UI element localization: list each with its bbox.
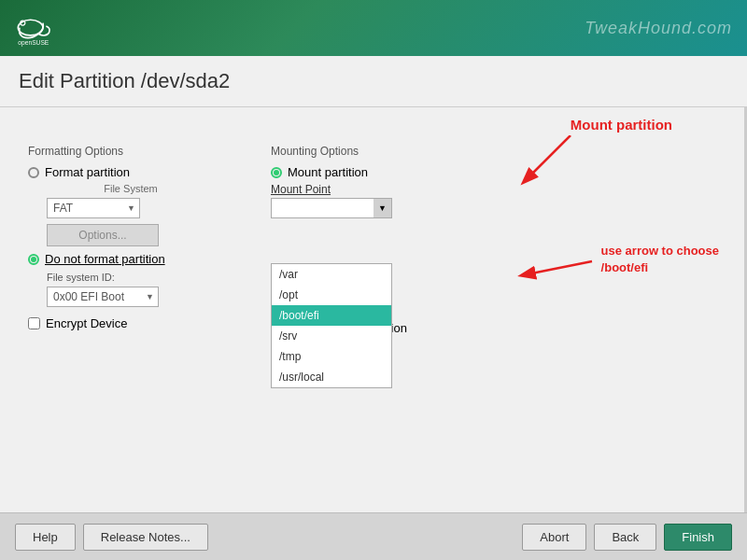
do-not-format-label: Do not format partition xyxy=(45,252,165,266)
footer-left: Help Release Notes... xyxy=(15,524,208,551)
encrypt-checkbox[interactable] xyxy=(28,317,40,329)
mount-point-label: Mount Point xyxy=(271,183,458,196)
mount-input-wrapper: ▼ /var /opt /boot/efi /srv /tmp /usr/loc… xyxy=(271,198,392,218)
file-system-id-dropdown-row: 0x00 EFI Boot 0x82 Linux Swap 0x83 Linux xyxy=(47,287,215,307)
dropdown-item-boot-efi[interactable]: /boot/efi xyxy=(272,305,391,326)
file-system-select-wrapper[interactable]: FAT ext4 btrfs xyxy=(47,198,140,218)
file-system-select[interactable]: FAT ext4 btrfs xyxy=(47,198,140,218)
header: openSUSE TweakHound.com xyxy=(0,0,747,56)
file-system-id-select-wrapper[interactable]: 0x00 EFI Boot 0x82 Linux Swap 0x83 Linux xyxy=(47,287,159,307)
page-title-bar: Edit Partition /dev/sda2 xyxy=(0,56,747,107)
mounting-section: Mounting Options Mount partition Mount P… xyxy=(271,145,458,335)
abort-button[interactable]: Abort xyxy=(522,524,586,551)
options-button[interactable]: Options... xyxy=(47,224,159,246)
mount-arrow-button[interactable]: ▼ xyxy=(374,198,392,218)
file-system-label: File System xyxy=(47,183,215,194)
file-system-id-row: File system ID: 0x00 EFI Boot 0x82 Linux… xyxy=(47,272,215,307)
footer-right: Abort Back Finish xyxy=(522,524,732,551)
main-content: Formatting Options Format partition File… xyxy=(0,107,747,512)
finish-button[interactable]: Finish xyxy=(664,524,732,551)
logo-area: openSUSE xyxy=(15,9,62,47)
file-system-row: FAT ext4 btrfs xyxy=(47,198,215,218)
mount-partition-label: Mount partition xyxy=(288,165,368,179)
mount-dropdown: /var /opt /boot/efi /srv /tmp /usr/local xyxy=(271,263,392,388)
formatting-section: Formatting Options Format partition File… xyxy=(28,145,215,335)
svg-point-2 xyxy=(21,21,23,23)
svg-text:openSUSE: openSUSE xyxy=(18,39,49,47)
footer: Help Release Notes... Abort Back Finish xyxy=(0,512,747,560)
format-partition-label: Format partition xyxy=(45,165,130,179)
form-sections: Formatting Options Format partition File… xyxy=(28,145,719,335)
format-partition-radio[interactable] xyxy=(28,167,39,178)
mount-partition-annotation: Mount partition xyxy=(571,117,672,133)
dropdown-item-opt[interactable]: /opt xyxy=(272,285,391,305)
encrypt-row: Encrypt Device xyxy=(28,316,215,330)
dropdown-item-srv[interactable]: /srv xyxy=(272,326,391,346)
encrypt-label[interactable]: Encrypt Device xyxy=(46,316,127,330)
mount-partition-radio[interactable] xyxy=(271,167,282,178)
file-system-id-label: File system ID: xyxy=(47,272,215,283)
dropdown-item-usr-local[interactable]: /usr/local xyxy=(272,367,391,387)
dropdown-item-tmp[interactable]: /tmp xyxy=(272,346,391,367)
watermark-text: TweakHound.com xyxy=(585,19,732,38)
release-notes-button[interactable]: Release Notes... xyxy=(83,524,208,551)
mounting-section-title: Mounting Options xyxy=(271,145,458,158)
help-button[interactable]: Help xyxy=(15,524,76,551)
page-title: Edit Partition /dev/sda2 xyxy=(19,69,728,93)
dropdown-item-var[interactable]: /var xyxy=(272,264,391,285)
opensuse-logo: openSUSE xyxy=(15,9,62,47)
do-not-format-radio[interactable] xyxy=(28,254,39,265)
file-system-id-select[interactable]: 0x00 EFI Boot 0x82 Linux Swap 0x83 Linux xyxy=(47,287,159,307)
back-button[interactable]: Back xyxy=(594,524,656,551)
formatting-section-title: Formatting Options xyxy=(28,145,215,158)
